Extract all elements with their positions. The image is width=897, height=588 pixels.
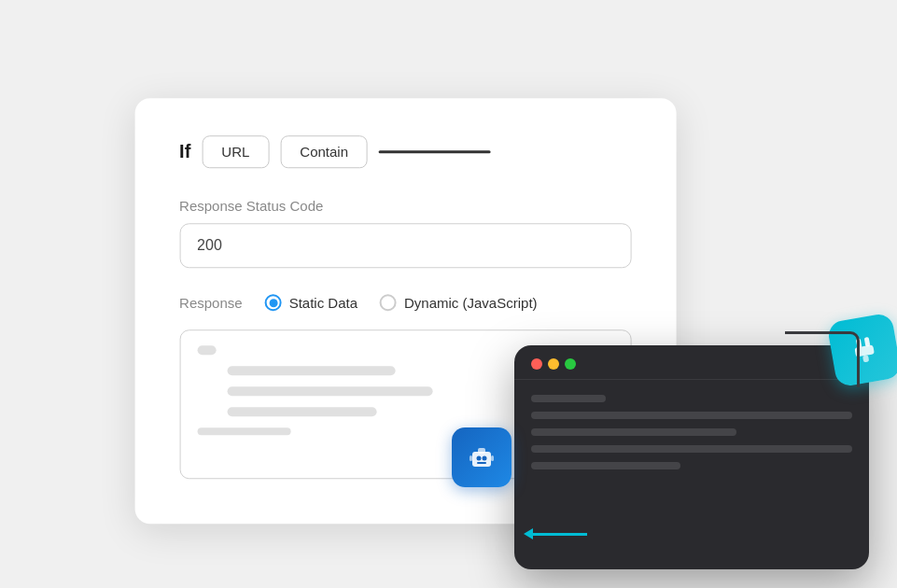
svg-rect-5 [470, 455, 472, 461]
svg-rect-6 [491, 455, 494, 461]
dot-green [565, 358, 576, 370]
status-code-label: Response Status Code [179, 198, 631, 214]
status-code-input[interactable] [179, 223, 631, 268]
svg-rect-1 [478, 448, 485, 454]
static-radio[interactable] [265, 294, 282, 311]
dot-red [531, 358, 542, 370]
dynamic-radio[interactable] [380, 294, 397, 311]
dynamic-option[interactable]: Dynamic (JavaScript) [380, 294, 538, 311]
svg-rect-10 [862, 355, 869, 362]
code-line-2 [227, 366, 395, 375]
scene: If URL Contain Response Status Code Resp… [0, 0, 897, 588]
arrow-line [531, 533, 587, 536]
svg-point-3 [483, 456, 487, 461]
arrow-container [531, 533, 587, 536]
code-line-3 [227, 386, 432, 396]
static-data-option[interactable]: Static Data [265, 294, 357, 311]
static-data-label: Static Data [289, 295, 357, 311]
code-line-5 [197, 427, 290, 435]
code-line-1 [197, 345, 216, 355]
code-line-4 [227, 407, 376, 416]
dot-yellow [548, 358, 559, 370]
dark-line-3 [531, 428, 736, 436]
dark-line-4 [531, 445, 852, 453]
dark-content [514, 380, 869, 494]
contain-button[interactable]: Contain [280, 135, 368, 168]
svg-rect-0 [472, 452, 491, 467]
url-button[interactable]: URL [202, 135, 269, 168]
dark-line-5 [531, 462, 680, 469]
if-label: If [179, 141, 190, 162]
dark-line-1 [531, 395, 606, 402]
response-label: Response [179, 295, 243, 311]
if-row: If URL Contain [179, 135, 631, 168]
dark-panel [514, 345, 869, 569]
connector-line [785, 331, 860, 387]
svg-point-2 [477, 456, 482, 461]
dash-line [379, 150, 491, 153]
dynamic-label: Dynamic (JavaScript) [404, 295, 538, 311]
response-row: Response Static Data Dynamic (JavaScript… [179, 294, 631, 311]
robot-icon [452, 427, 512, 487]
svg-rect-4 [477, 462, 486, 464]
dark-line-2 [531, 412, 852, 419]
